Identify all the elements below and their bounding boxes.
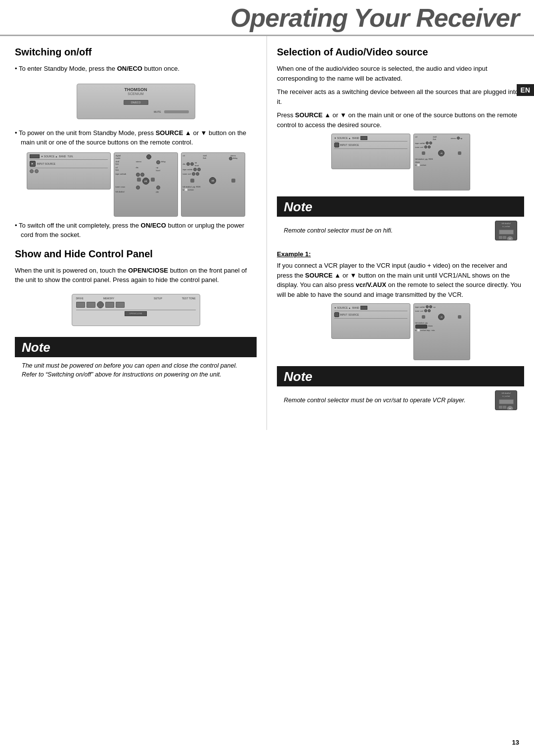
note-text-right-2: Remote control selector must be on vcr/s…	[284, 396, 490, 405]
note-text-left: The unit must be powered on before you c…	[22, 361, 250, 380]
device-image-right-1: ▼ SOURCE ▲ BAND INPUT SOURCE	[277, 134, 524, 190]
note-title-left: Note	[15, 337, 257, 357]
device-image-1: THOMSON SCENIUM ON/ECO MUTE	[15, 79, 257, 124]
thomson-logo: THOMSON	[81, 86, 191, 92]
note-title-right-2: Note	[277, 366, 524, 386]
page-number: 13	[512, 739, 519, 746]
device-image-right-2: ▼ SOURCE ▲ BAND INPUT SOURCE	[277, 303, 524, 360]
note-content-right-1: Remote control selector must be on hifi.…	[277, 217, 524, 244]
left-remote-img: digitalmode dvd/6ch stereo delay	[114, 152, 178, 217]
right-front-unit-2: ▼ SOURCE ▲ BAND INPUT SOURCE	[331, 303, 410, 339]
note-remote-icon-1: hifi dvd/cdtv ◻ vcr/sat ●	[495, 221, 517, 240]
main-content: Switching on/off To enter Standby Mode, …	[0, 36, 534, 430]
left-column: Switching on/off To enter Standby Mode, …	[0, 36, 267, 430]
title-part1: Operating Your	[230, 3, 416, 32]
section-switching-heading: Switching on/off	[15, 46, 257, 58]
note-remote-icon-2: hifi dvd/cdtv ◻ vcr/sat ●	[495, 390, 517, 410]
bullet-source: To power on the unit from Standby Mode, …	[15, 128, 257, 147]
section-av-heading: Selection of Audio/Video source	[277, 46, 524, 58]
device-image-2: ▼ SOURCE ▲ BAND TUN. ▶ INPUT SOURCE	[15, 152, 257, 217]
page-title: Operating Your Receiver	[0, 5, 519, 35]
note-box-right-1: Note Remote control selector must be on …	[277, 196, 524, 244]
language-badge: EN	[517, 84, 534, 96]
nri-screen	[499, 230, 514, 235]
av-para-3: Press SOURCE ▲ or ▼ on the main unit or …	[277, 110, 524, 130]
av-para-1: When one of the audio/video source is se…	[277, 64, 524, 83]
nri-buttons-2: ●	[495, 405, 517, 410]
right-remote-img: cd dvd/6ch stereo delay dts	[181, 152, 245, 217]
section-show-heading: Show and Hide Control Panel	[15, 248, 257, 260]
note-box-right-2: Note Remote control selector must be on …	[277, 366, 524, 414]
right-remote-1: cd dvd/6ch stereo up tape sat/ab	[413, 134, 470, 190]
title-part2: Receiver	[416, 3, 519, 32]
example-1-para: If you connect a VCR player to the VCR i…	[277, 261, 524, 299]
note-text-right-1: Remote control selector must be on hifi.	[284, 226, 490, 236]
bullet-standby: To enter Standby Mode, press the ON/ECO …	[15, 64, 257, 74]
nri-screen-2	[499, 399, 514, 404]
section-show-hide: Show and Hide Control Panel When the uni…	[15, 248, 257, 285]
note-title-right-1: Note	[277, 196, 524, 217]
nri-buttons: ●	[495, 236, 517, 240]
device-image-panel: DRIVE MEMORY SETUP TEST TONE	[15, 289, 257, 331]
front-unit-img: ▼ SOURCE ▲ BAND TUN. ▶ INPUT SOURCE	[27, 152, 111, 189]
right-front-unit: ▼ SOURCE ▲ BAND INPUT SOURCE	[331, 134, 410, 169]
av-para-2: The receiver acts as a switching device …	[277, 87, 524, 106]
right-column: Selection of Audio/Video source When one…	[267, 36, 534, 430]
page-header: Operating Your Receiver	[0, 0, 534, 36]
scenium-text: SCENIUM	[81, 92, 191, 95]
right-remote-2: tape sat/ab up tuner vcr/	[413, 303, 470, 360]
example-1-heading: Example 1:	[277, 250, 524, 258]
note-content-left: The unit must be powered on before you c…	[15, 357, 257, 384]
note-box-left: Note The unit must be powered on before …	[15, 337, 257, 384]
bullet-off: To switch off the unit completely, press…	[15, 221, 257, 240]
show-hide-para: When the unit is powered on, touch the O…	[15, 266, 257, 285]
note-content-right-2: Remote control selector must be on vcr/s…	[277, 386, 524, 414]
